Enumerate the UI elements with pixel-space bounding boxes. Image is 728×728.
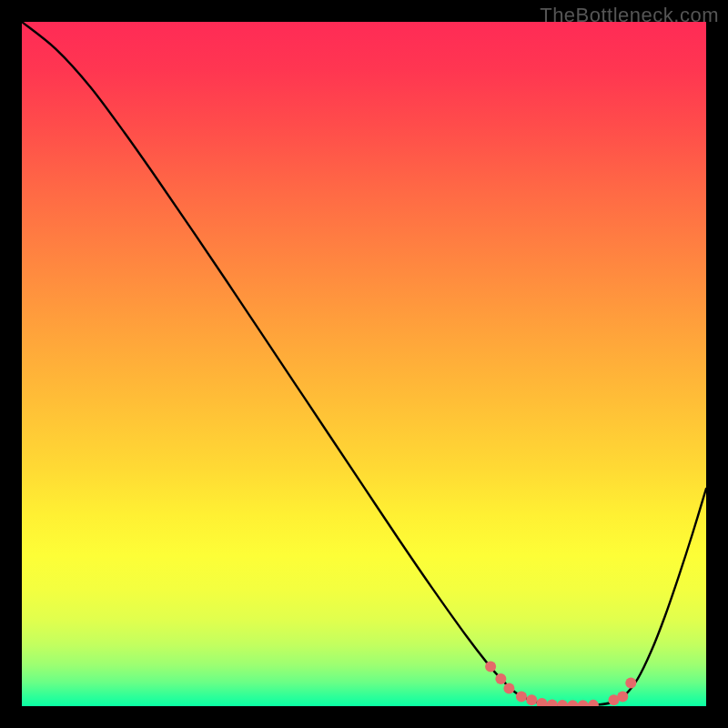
chart-container: TheBottleneck.com [0,0,728,728]
marker-dot [526,694,537,705]
marker-dot [617,691,628,702]
marker-dot [516,691,527,702]
marker-dot [485,661,496,672]
gradient-background [22,22,706,706]
marker-dot [503,682,514,693]
marker-dot [495,673,506,684]
chart-plot [22,22,706,706]
marker-dot [625,677,636,688]
